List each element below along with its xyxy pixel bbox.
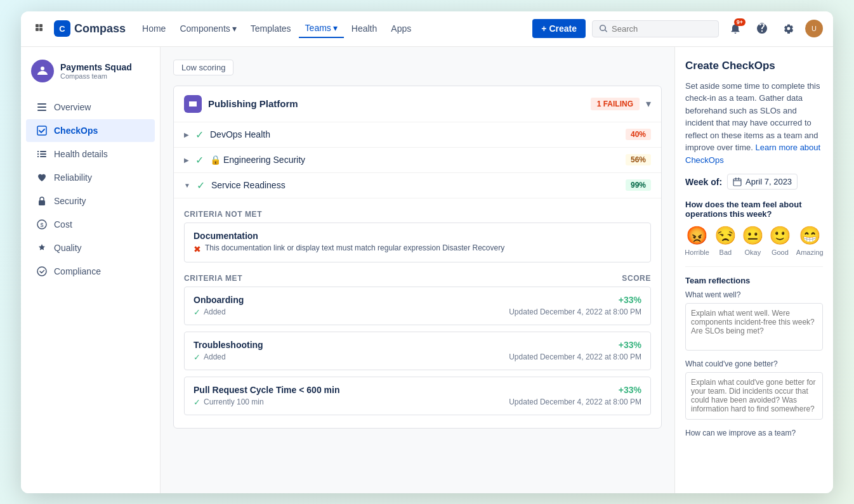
svg-rect-5	[37, 107, 46, 108]
criteria-met-item-pr-cycle: Pull Request Cycle Time < 600 min +33% ✓…	[184, 377, 651, 415]
went-well-label: What went well?	[685, 290, 823, 299]
nav-templates[interactable]: Templates	[244, 20, 298, 37]
svg-rect-0	[36, 24, 39, 27]
logo-text: Compass	[74, 22, 126, 36]
met-score: +33%	[619, 340, 641, 350]
create-button[interactable]: + Create	[532, 19, 586, 38]
svg-rect-9	[40, 151, 46, 152]
met-detail: ✓ Added Updated December 4, 2022 at 8:00…	[194, 307, 641, 317]
filter-bar: Low scoring	[173, 60, 662, 75]
week-date-picker[interactable]: April 7, 2023	[727, 174, 798, 190]
went-well-textarea[interactable]	[685, 303, 823, 351]
svg-rect-10	[37, 153, 39, 155]
met-status: ✓ Added	[194, 352, 226, 362]
health-row-service-readiness[interactable]: ▼ ✓ Service Readiness 99%	[174, 173, 661, 198]
avatar[interactable]: U	[805, 20, 823, 37]
team-name: Payments Squad	[60, 62, 132, 72]
section-divider	[685, 266, 823, 267]
emoji-amazing[interactable]: 😁 Amazing	[796, 225, 824, 256]
sidebar-item-cost[interactable]: $ Cost	[26, 213, 155, 236]
menu-icon	[36, 101, 48, 113]
emoji-face-bad: 😒	[714, 225, 737, 246]
heart-icon	[36, 172, 48, 183]
emoji-good[interactable]: 🙂 Good	[769, 225, 791, 256]
search-box[interactable]	[592, 20, 719, 37]
logo[interactable]: C Compass	[54, 20, 126, 37]
nav-health[interactable]: Health	[345, 20, 383, 37]
emoji-bad[interactable]: 😒 Bad	[714, 225, 737, 256]
search-input[interactable]	[612, 24, 700, 34]
better-textarea[interactable]	[685, 372, 823, 420]
sidebar-item-checkops[interactable]: CheckOps	[26, 119, 155, 142]
check-icon: ✓	[197, 179, 205, 191]
main-content: Low scoring Publishing Platform 1 FAILIN…	[161, 47, 674, 493]
sidebar-item-reliability[interactable]: Reliability	[26, 166, 155, 189]
criteria-error-text: This documentation link or display text …	[205, 243, 504, 252]
filter-tag-low-scoring[interactable]: Low scoring	[173, 60, 233, 75]
panel-title: Create CheckOps	[685, 60, 823, 72]
expand-icon: ▶	[184, 131, 189, 138]
nav-teams[interactable]: Teams ▾	[299, 19, 344, 38]
help-button[interactable]	[752, 18, 772, 39]
emoji-okay[interactable]: 😐 Okay	[742, 225, 764, 256]
met-score: +33%	[619, 385, 641, 395]
list-icon	[36, 148, 48, 160]
app-window: C Compass Home Components ▾ Templates Te…	[21, 11, 833, 493]
nav-apps[interactable]: Apps	[384, 20, 417, 37]
sidebar-item-label: Health details	[54, 149, 108, 159]
emoji-label-horrible: Horrible	[685, 249, 709, 256]
emoji-horrible[interactable]: 😡 Horrible	[685, 225, 709, 256]
sidebar-item-health-details[interactable]: Health details	[26, 143, 155, 165]
week-of-label: Week of:	[685, 177, 722, 187]
met-item-header: Troubleshooting +33%	[194, 340, 641, 350]
criteria-not-met-header: Criteria not met	[184, 205, 651, 223]
met-title: Onboarding	[194, 295, 244, 305]
emoji-face-okay: 😐	[742, 225, 764, 246]
met-score: +33%	[619, 295, 641, 305]
health-row-engineering-security[interactable]: ▶ ✓ 🔒 Engineering Security 56%	[174, 148, 661, 173]
sidebar-item-label: Security	[54, 196, 86, 206]
star-icon	[36, 242, 48, 254]
sidebar-item-label: Compliance	[54, 266, 101, 276]
check-circle-icon	[36, 266, 48, 277]
team-header: Payments Squad Compass team	[21, 60, 160, 95]
collapse-button[interactable]: ▾	[646, 98, 651, 110]
expand-icon: ▶	[184, 157, 189, 164]
svg-rect-13	[40, 156, 46, 157]
sidebar-item-quality[interactable]: Quality	[26, 236, 155, 259]
svg-rect-2	[36, 28, 39, 31]
search-icon	[599, 24, 608, 33]
checkbox-icon	[36, 125, 48, 136]
nav-components[interactable]: Components ▾	[173, 20, 242, 37]
met-status: ✓ Added	[194, 307, 226, 317]
met-detail: ✓ Currently 100 min Updated December 4, …	[194, 397, 641, 407]
nav-home[interactable]: Home	[136, 20, 172, 37]
emoji-label-good: Good	[772, 249, 789, 256]
added-icon: ✓	[194, 307, 200, 317]
criteria-error: ✖ This documentation link or display tex…	[194, 243, 641, 254]
logo-icon: C	[54, 20, 70, 37]
sidebar-item-compliance[interactable]: Compliance	[26, 260, 155, 283]
sidebar-nav: Overview CheckOps Health details	[21, 96, 160, 283]
added-icon: ✓	[194, 397, 200, 407]
week-date-value: April 7, 2023	[746, 177, 792, 186]
met-detail: ✓ Added Updated December 4, 2022 at 8:00…	[194, 352, 641, 362]
criteria-met-header: Criteria met Score	[184, 269, 651, 287]
sidebar-item-security[interactable]: Security	[26, 190, 155, 212]
svg-rect-4	[37, 103, 46, 105]
settings-button[interactable]	[778, 18, 799, 39]
score-badge: 40%	[626, 129, 651, 140]
week-of-row: Week of: April 7, 2023	[685, 174, 823, 190]
health-row-devops[interactable]: ▶ ✓ DevOps Health 40%	[174, 122, 661, 148]
svg-rect-8	[37, 151, 39, 152]
met-title: Troubleshooting	[194, 340, 263, 350]
svg-point-17	[37, 267, 46, 276]
failing-badge[interactable]: 1 FAILING	[591, 98, 640, 110]
met-status-text: Added	[204, 352, 226, 361]
calendar-icon	[733, 178, 742, 186]
notifications-button[interactable]: 9+	[725, 18, 746, 39]
met-status: ✓ Currently 100 min	[194, 397, 264, 407]
grid-icon[interactable]	[31, 20, 49, 37]
platform-name: Publishing Platform	[208, 98, 584, 109]
sidebar-item-overview[interactable]: Overview	[26, 96, 155, 119]
